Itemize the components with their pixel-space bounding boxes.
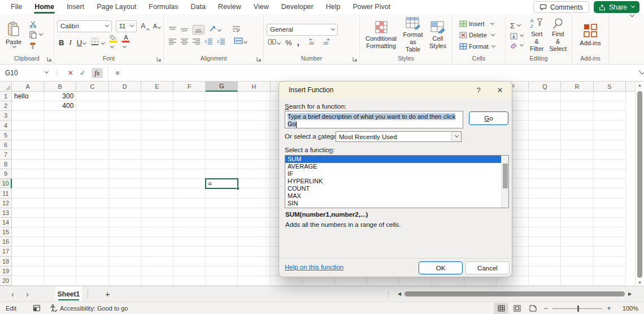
dialog-close-button[interactable]: ✕ <box>490 81 510 98</box>
cell-S18[interactable] <box>594 257 626 266</box>
scroll-left-icon[interactable]: ◀ <box>398 286 401 302</box>
row-header-10[interactable]: 10 <box>0 179 12 188</box>
cell-D3[interactable] <box>109 111 141 121</box>
cell-S16[interactable] <box>594 237 626 247</box>
cell-F17[interactable] <box>173 247 206 256</box>
menu-tab-developer[interactable]: Developer <box>275 0 320 14</box>
cell-G17[interactable] <box>206 247 238 256</box>
column-header-B[interactable]: B <box>44 81 76 92</box>
cell-R5[interactable] <box>561 131 593 140</box>
format-as-table-button[interactable]: Format as Table <box>399 16 427 54</box>
cell-R20[interactable] <box>561 276 593 286</box>
align-left-button[interactable] <box>169 38 176 45</box>
function-item-hyperlink[interactable]: HYPERLINK <box>285 178 508 185</box>
cell-O20[interactable] <box>464 276 497 286</box>
row-header-14[interactable]: 14 <box>0 218 12 227</box>
cell-D9[interactable] <box>109 169 141 179</box>
bottom-align-button[interactable] <box>193 25 204 35</box>
help-on-function-link[interactable]: Help on this function <box>285 264 343 270</box>
ok-button[interactable]: OK <box>419 261 463 274</box>
row-header-20[interactable]: 20 <box>0 276 12 286</box>
prev-sheet-button[interactable]: ‹ <box>11 286 14 302</box>
cell-D5[interactable] <box>109 131 141 140</box>
cell-F15[interactable] <box>173 227 206 237</box>
row-header-16[interactable]: 16 <box>0 237 12 247</box>
dialog-help-button[interactable]: ? <box>469 81 488 98</box>
cell-C20[interactable] <box>76 276 108 286</box>
cell-Q14[interactable] <box>529 218 561 227</box>
cell-S1[interactable] <box>594 92 626 101</box>
row-header-12[interactable]: 12 <box>0 199 12 208</box>
scroll-down-icon[interactable]: ▼ <box>636 281 644 285</box>
cell-Q13[interactable] <box>529 208 561 218</box>
cell-D16[interactable] <box>109 237 141 247</box>
cut-button[interactable] <box>28 20 44 28</box>
cell-S3[interactable] <box>594 111 626 121</box>
font-name-combo[interactable]: Calibri <box>57 20 112 32</box>
menu-tab-view[interactable]: View <box>247 0 275 14</box>
function-list-scroll-thumb[interactable] <box>503 164 508 188</box>
cell-E8[interactable] <box>141 160 173 169</box>
cell-A8[interactable] <box>12 160 44 169</box>
cell-C18[interactable] <box>76 257 108 266</box>
cell-Q7[interactable] <box>529 150 561 160</box>
cell-G5[interactable] <box>206 131 238 140</box>
row-header-18[interactable]: 18 <box>0 257 12 266</box>
cell-C14[interactable] <box>76 218 108 227</box>
cell-G15[interactable] <box>206 227 238 237</box>
cell-A13[interactable] <box>12 208 44 218</box>
paste-button[interactable]: Paste <box>3 20 24 50</box>
cell-M20[interactable] <box>399 276 432 286</box>
cell-F13[interactable] <box>173 208 206 218</box>
insert-function-button[interactable]: fx <box>92 68 102 78</box>
page-layout-view-button[interactable] <box>510 303 524 314</box>
cell-S7[interactable] <box>594 150 626 160</box>
cell-A4[interactable] <box>12 121 44 130</box>
cell-F9[interactable] <box>173 169 206 179</box>
cell-B8[interactable] <box>44 160 76 169</box>
column-header-D[interactable]: D <box>109 81 141 92</box>
cell-Q19[interactable] <box>529 266 561 276</box>
cell-D6[interactable] <box>109 140 141 150</box>
cell-H3[interactable] <box>238 111 270 121</box>
cell-R4[interactable] <box>561 121 593 130</box>
function-item-count[interactable]: COUNT <box>285 185 508 192</box>
menu-tab-insert[interactable]: Insert <box>60 0 90 14</box>
cell-N20[interactable] <box>432 276 464 286</box>
cell-D7[interactable] <box>109 150 141 160</box>
cell-C19[interactable] <box>76 266 108 276</box>
cell-Q12[interactable] <box>529 199 561 208</box>
cell-H2[interactable] <box>238 101 270 111</box>
name-box[interactable]: G10 <box>1 66 52 80</box>
row-header-3[interactable]: 3 <box>0 111 12 121</box>
cell-S2[interactable] <box>594 101 626 111</box>
fill-handle[interactable] <box>236 187 240 190</box>
cell-F16[interactable] <box>173 237 206 247</box>
scroll-up-icon[interactable]: ▲ <box>636 83 644 87</box>
scroll-right-icon[interactable]: ▶ <box>628 286 632 302</box>
cell-R6[interactable] <box>561 140 593 150</box>
column-header-H[interactable]: H <box>238 81 270 92</box>
cell-S17[interactable] <box>594 247 626 256</box>
cell-C3[interactable] <box>76 111 108 121</box>
category-chevron-box[interactable] <box>451 132 461 141</box>
menu-tab-data[interactable]: Data <box>184 0 211 14</box>
cell-H14[interactable] <box>238 218 270 227</box>
cell-F3[interactable] <box>173 111 206 121</box>
cell-Q4[interactable] <box>529 121 561 130</box>
row-header-19[interactable]: 19 <box>0 266 12 276</box>
menu-tab-formulas[interactable]: Formulas <box>142 0 184 14</box>
cell-F1[interactable] <box>173 92 206 101</box>
cell-E7[interactable] <box>141 150 173 160</box>
cell-H16[interactable] <box>238 237 270 247</box>
bold-button[interactable]: B <box>59 38 64 47</box>
cell-R13[interactable] <box>561 208 593 218</box>
font-color-button[interactable]: A <box>122 35 129 50</box>
cell-A18[interactable] <box>12 257 44 266</box>
cell-A20[interactable] <box>12 276 44 286</box>
zoom-in-button[interactable]: + <box>604 304 613 312</box>
zoom-slider-thumb[interactable] <box>577 306 579 312</box>
menu-tab-power-pivot[interactable]: Power Pivot <box>346 0 397 14</box>
cell-B12[interactable] <box>44 199 76 208</box>
italic-button[interactable]: I <box>69 38 71 47</box>
